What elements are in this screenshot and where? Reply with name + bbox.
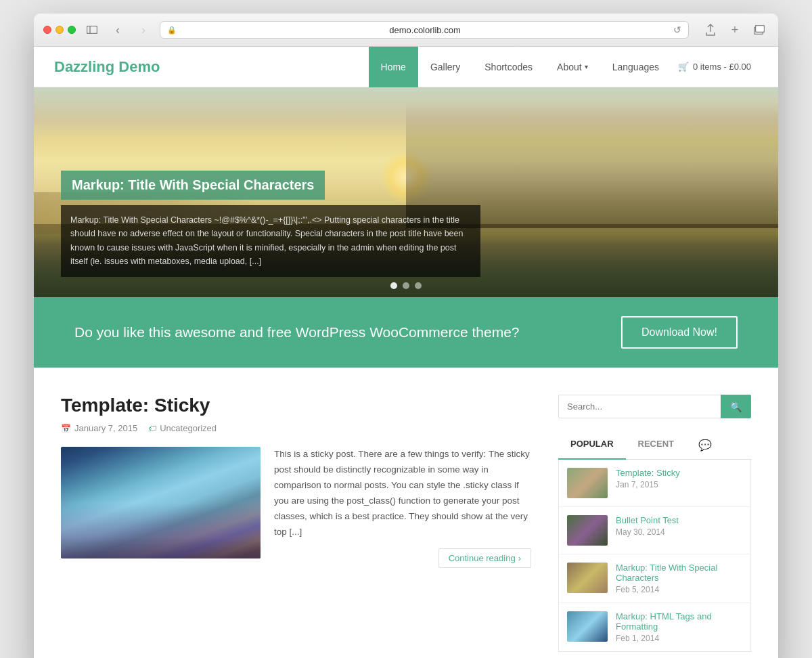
calendar-icon: 📅 xyxy=(61,424,71,433)
cart-icon: 🛒 xyxy=(678,62,689,72)
slide-excerpt: Markup: Title With Special Characters ~!… xyxy=(61,205,480,278)
tab-recent[interactable]: RECENT xyxy=(626,432,686,460)
post-date: January 7, 2015 xyxy=(74,423,137,433)
post-date-meta: 📅 January 7, 2015 xyxy=(61,423,137,433)
browser-window: ‹ › 🔒 demo.colorlib.com ↺ + xyxy=(34,14,778,658)
minimize-dot[interactable] xyxy=(55,26,64,34)
address-bar: 🔒 demo.colorlib.com ↺ xyxy=(160,21,689,39)
download-button[interactable]: Download Now! xyxy=(621,316,738,349)
browser-titlebar: ‹ › 🔒 demo.colorlib.com ↺ + xyxy=(34,14,778,47)
tab-popular[interactable]: POPULAR xyxy=(558,432,626,460)
cta-text: Do you like this awesome and free WordPr… xyxy=(74,324,520,341)
sidebar-post-date-3: Feb 5, 2014 xyxy=(616,585,742,594)
search-icon: 🔍 xyxy=(730,401,742,412)
close-dot[interactable] xyxy=(43,26,51,34)
back-button[interactable]: ‹ xyxy=(108,20,127,39)
sidebar-post-date-4: Feb 1, 2014 xyxy=(616,634,742,643)
nav-about[interactable]: About ▾ xyxy=(545,47,600,87)
post-title: Template: Sticky xyxy=(61,395,531,416)
url-text: demo.colorlib.com xyxy=(181,25,669,35)
sidebar-posts: Template: Sticky Jan 7, 2015 Bullet Poin… xyxy=(558,460,751,652)
tabs-button[interactable] xyxy=(750,20,769,39)
sidebar: 🔍 POPULAR RECENT 💬 xyxy=(558,395,751,652)
slider-dot-2[interactable] xyxy=(403,282,409,289)
post-meta: 📅 January 7, 2015 🏷 Uncategorized xyxy=(61,423,531,433)
search-input[interactable] xyxy=(558,395,721,418)
main-content: Template: Sticky 📅 January 7, 2015 🏷 Unc… xyxy=(34,368,778,658)
sidebar-post-thumb-1 xyxy=(567,468,608,498)
sidebar-post-1: Template: Sticky Jan 7, 2015 xyxy=(559,460,750,507)
new-tab-button[interactable]: + xyxy=(725,20,744,39)
slider-dot-3[interactable] xyxy=(415,282,422,289)
sidebar-post-info-3: Markup: Title With Special Characters Fe… xyxy=(616,563,742,594)
tab-comments[interactable]: 💬 xyxy=(686,432,724,460)
maximize-dot[interactable] xyxy=(68,26,76,34)
sidebar-post-thumb-4 xyxy=(567,611,608,642)
svg-rect-3 xyxy=(756,26,765,32)
post-category: Uncategorized xyxy=(160,423,217,433)
blog-area: Template: Sticky 📅 January 7, 2015 🏷 Unc… xyxy=(61,395,558,652)
about-dropdown-arrow: ▾ xyxy=(585,63,588,70)
svg-rect-0 xyxy=(87,26,97,34)
slider-dot-1[interactable] xyxy=(390,282,397,289)
read-more-text: Continue reading xyxy=(449,553,516,563)
post-excerpt: This is a sticky post. There are a few t… xyxy=(274,447,531,540)
comment-icon: 💬 xyxy=(698,439,712,451)
nav-languages[interactable]: Languages xyxy=(600,47,671,87)
browser-actions: + xyxy=(701,20,769,39)
nav-shortcodes[interactable]: Shortcodes xyxy=(472,47,545,87)
sidebar-post-title-2[interactable]: Bullet Point Test xyxy=(616,515,742,525)
sidebar-toggle-button[interactable] xyxy=(83,20,102,39)
sidebar-post-3: Markup: Title With Special Characters Fe… xyxy=(559,554,750,603)
search-button[interactable]: 🔍 xyxy=(721,395,751,418)
nav-cart[interactable]: 🛒 0 items - £0.00 xyxy=(671,62,758,72)
slider-dots xyxy=(390,282,422,289)
read-more-link[interactable]: Continue reading › xyxy=(438,548,531,568)
website: Dazzling Demo Home Gallery Shortcodes Ab… xyxy=(34,47,778,658)
reload-icon[interactable]: ↺ xyxy=(673,24,681,35)
sidebar-post-info-4: Markup: HTML Tags and Formatting Feb 1, … xyxy=(616,611,742,643)
category-icon: 🏷 xyxy=(148,424,156,433)
nav-gallery[interactable]: Gallery xyxy=(418,47,472,87)
cta-banner: Do you like this awesome and free WordPr… xyxy=(34,297,778,368)
share-button[interactable] xyxy=(701,20,720,39)
thumbnail-flowers xyxy=(61,503,261,559)
sidebar-post-date-2: May 30, 2014 xyxy=(616,527,742,537)
sidebar-post-2: Bullet Point Test May 30, 2014 xyxy=(559,507,750,554)
sidebar-post-title-4[interactable]: Markup: HTML Tags and Formatting xyxy=(616,611,742,632)
post-text-area: This is a sticky post. There are a few t… xyxy=(274,447,531,568)
hero-slider: Markup: Title With Special Characters Ma… xyxy=(34,87,778,297)
site-nav: Home Gallery Shortcodes About ▾ Language… xyxy=(369,47,758,87)
forward-button[interactable]: › xyxy=(134,20,153,39)
sidebar-post-thumb-3 xyxy=(567,563,608,593)
nav-home[interactable]: Home xyxy=(369,47,418,87)
sidebar-post-thumb-2 xyxy=(567,515,608,546)
browser-dots xyxy=(43,26,76,34)
post-thumbnail xyxy=(61,447,261,558)
slide-content: Markup: Title With Special Characters Ma… xyxy=(61,171,480,278)
sidebar-post-title-3[interactable]: Markup: Title With Special Characters xyxy=(616,563,742,583)
read-more-area: Continue reading › xyxy=(274,548,531,568)
sidebar-post-date-1: Jan 7, 2015 xyxy=(616,480,742,489)
post-category-meta: 🏷 Uncategorized xyxy=(148,423,217,433)
post-body: This is a sticky post. There are a few t… xyxy=(61,447,531,568)
lock-icon: 🔒 xyxy=(167,26,177,35)
sidebar-post-info-2: Bullet Point Test May 30, 2014 xyxy=(616,515,742,537)
sidebar-post-info-1: Template: Sticky Jan 7, 2015 xyxy=(616,468,742,489)
read-more-arrow: › xyxy=(518,553,521,563)
thumbnail-scene xyxy=(61,447,261,558)
slide-title: Markup: Title With Special Characters xyxy=(61,171,325,200)
site-logo[interactable]: Dazzling Demo xyxy=(54,58,369,76)
search-bar: 🔍 xyxy=(558,395,751,418)
sidebar-tabs: POPULAR RECENT 💬 xyxy=(558,432,751,460)
site-header: Dazzling Demo Home Gallery Shortcodes Ab… xyxy=(34,47,778,87)
sidebar-post-4: Markup: HTML Tags and Formatting Feb 1, … xyxy=(559,603,750,651)
sidebar-post-title-1[interactable]: Template: Sticky xyxy=(616,468,742,478)
